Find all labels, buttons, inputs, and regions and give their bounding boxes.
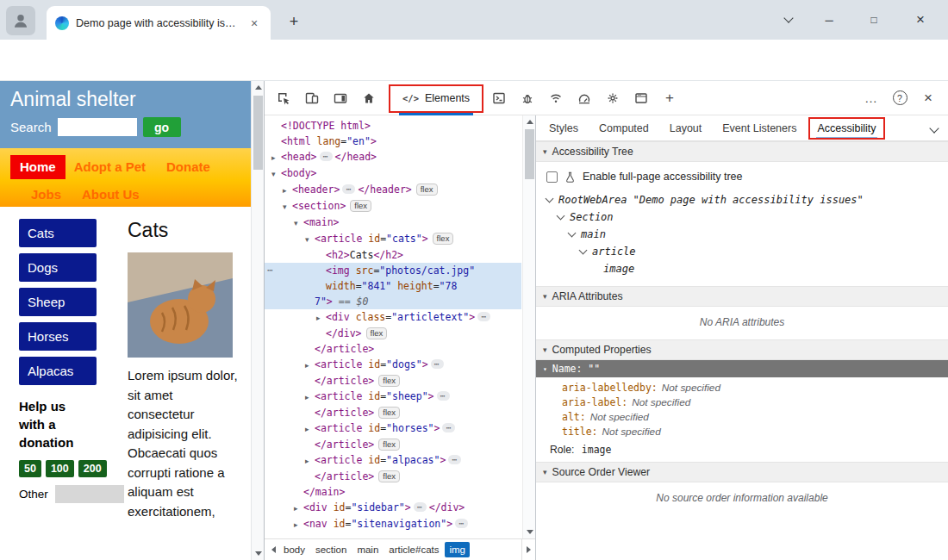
dom-tree-node[interactable]: ▾<article id="cats">flex [265, 231, 521, 247]
section-accessibility-tree[interactable]: ▾ Accessibility Tree [536, 141, 948, 162]
flex-badge[interactable]: flex [378, 375, 400, 387]
dom-tree-node[interactable]: ▸<article id="dogs">⋯ [265, 357, 521, 373]
expand-toggle-icon[interactable]: ▾ [294, 215, 303, 231]
nav-item-jobs[interactable]: Jobs [31, 185, 61, 204]
node-more-icon[interactable]: ⋯ [267, 263, 273, 278]
chevron-down-icon[interactable] [557, 212, 565, 221]
category-button-cats[interactable]: Cats [19, 219, 97, 247]
breadcrumb-left-icon[interactable] [267, 546, 279, 553]
page-scrollbar-thumb[interactable] [253, 96, 263, 170]
dom-tree-node[interactable]: <html lang="en"> [265, 134, 521, 149]
nav-item-adopt-a-pet[interactable]: Adopt a Pet [74, 158, 146, 177]
expand-toggle-icon[interactable]: ▸ [305, 453, 315, 469]
scroll-down-icon[interactable] [252, 547, 265, 560]
expand-toggle-icon[interactable]: ▾ [283, 199, 292, 215]
page-scrollbar[interactable] [251, 81, 264, 560]
inline-ellipsis-button[interactable]: ⋯ [477, 312, 490, 321]
a11y-tree-node[interactable]: main [536, 226, 948, 243]
breadcrumb-item-section[interactable]: section [311, 542, 351, 557]
dom-tree-node[interactable]: ▸<article id="sheep">⋯ [265, 389, 521, 405]
inspect-element-icon[interactable] [271, 86, 296, 110]
dom-tree-node[interactable]: </article>flex [265, 469, 521, 484]
section-computed-properties[interactable]: ▾ Computed Properties [536, 339, 948, 360]
flex-badge[interactable]: flex [378, 439, 400, 451]
inline-ellipsis-button[interactable]: ⋯ [342, 184, 355, 194]
expand-toggle-icon[interactable]: ▸ [305, 421, 315, 437]
dom-tree-node[interactable]: ▾<main> [265, 215, 521, 231]
a11y-tree-node[interactable]: article [536, 243, 948, 260]
chevron-down-icon[interactable] [579, 246, 588, 255]
expand-toggle-icon[interactable]: ▸ [316, 310, 326, 326]
dom-tree-node[interactable]: </article>flex [265, 373, 521, 389]
a11y-tree-node[interactable]: image [536, 260, 948, 277]
breadcrumb-item-main[interactable]: main [352, 542, 383, 557]
dom-tree-node[interactable]: <!DOCTYPE html> [265, 118, 521, 134]
dom-scrollbar[interactable] [522, 115, 535, 538]
minimize-button[interactable]: ─ [810, 7, 848, 33]
dom-tree-node[interactable]: 7"> == $0 [265, 294, 521, 309]
panel-tab-layout[interactable]: Layout [669, 117, 703, 140]
a11y-tree-node[interactable]: RootWebArea"Demo page with accessibility… [536, 191, 948, 208]
other-amount-input[interactable] [55, 485, 124, 503]
search-go-button[interactable]: go [143, 117, 181, 137]
breadcrumb-item-body[interactable]: body [279, 542, 309, 557]
panel-tab-computed[interactable]: Computed [598, 117, 650, 140]
section-aria-attributes[interactable]: ▾ ARIA Attributes [536, 286, 948, 307]
expand-toggle-icon[interactable]: ▸ [294, 517, 303, 532]
inline-ellipsis-button[interactable]: ⋯ [431, 359, 444, 369]
home-icon[interactable] [357, 86, 381, 110]
inline-ellipsis-button[interactable]: ⋯ [414, 502, 427, 512]
dom-tree-node[interactable]: ▸<nav id="sitenavigation">⋯ [265, 516, 521, 532]
expand-toggle-icon[interactable]: ▸ [305, 389, 315, 405]
new-tab-button[interactable]: + [283, 10, 305, 33]
tab-list-chevron-icon[interactable] [774, 7, 803, 33]
dom-tree-node[interactable]: ▸<div id="sidebar">⋯</div> [265, 500, 521, 516]
category-button-horses[interactable]: Horses [19, 322, 97, 351]
flex-badge[interactable]: flex [378, 407, 400, 419]
dom-scroll-up-icon[interactable] [523, 115, 535, 128]
dom-tree-node[interactable]: ▾<section>flex [265, 198, 521, 215]
expand-toggle-icon[interactable]: ▾ [305, 232, 315, 247]
nav-item-about-us[interactable]: About Us [82, 185, 140, 204]
performance-icon[interactable] [572, 86, 596, 110]
browser-tab[interactable]: Demo page with accessibility issues × [47, 6, 271, 40]
settings-gear-icon[interactable] [601, 86, 625, 110]
dom-tree-node[interactable]: </article>flex [265, 437, 521, 452]
window-close-button[interactable]: × [901, 7, 939, 33]
panel-tab-styles[interactable]: Styles [548, 117, 579, 140]
flex-badge[interactable]: flex [433, 233, 454, 245]
scroll-up-icon[interactable] [252, 81, 265, 94]
category-button-dogs[interactable]: Dogs [19, 253, 97, 282]
donation-amount-button[interactable]: 50 [19, 460, 41, 477]
application-icon[interactable] [629, 86, 653, 110]
site-search-input[interactable] [58, 118, 137, 136]
category-button-sheep[interactable]: Sheep [19, 288, 97, 316]
a11y-tree-node[interactable]: Section [536, 208, 948, 226]
inline-ellipsis-button[interactable]: ⋯ [320, 152, 333, 161]
expand-toggle-icon[interactable]: ▸ [294, 501, 303, 516]
inline-ellipsis-button[interactable]: ⋯ [442, 423, 455, 432]
panel-tabs-overflow-icon[interactable] [931, 122, 938, 134]
expand-toggle-icon[interactable]: ▸ [305, 358, 315, 373]
dom-tree-node[interactable]: ▸<head>⋯</head> [265, 149, 521, 165]
dom-tree-node[interactable]: </article> [265, 341, 521, 357]
dom-tree-node[interactable]: ▾<body> [265, 165, 521, 182]
flex-badge[interactable]: flex [416, 184, 438, 196]
expand-toggle-icon[interactable]: ▾ [271, 166, 281, 182]
device-emulation-icon[interactable] [300, 86, 324, 110]
tab-close-icon[interactable]: × [246, 16, 262, 31]
dom-tree-node[interactable]: <h2>Cats</h2> [265, 247, 521, 263]
devtools-close-icon[interactable]: × [916, 86, 940, 110]
dom-tree-node[interactable]: ▸<article id="alpacas">⋯ [265, 452, 521, 469]
nav-item-donate[interactable]: Donate [166, 158, 210, 177]
breadcrumb-right-icon[interactable] [521, 539, 535, 560]
dom-tree-node[interactable]: ▸<article id="horses">⋯ [265, 420, 521, 437]
dom-scroll-down-icon[interactable] [523, 526, 535, 538]
inline-ellipsis-button[interactable]: ⋯ [455, 519, 468, 528]
chevron-down-icon[interactable] [568, 229, 577, 238]
network-icon[interactable] [544, 86, 568, 110]
chevron-down-icon[interactable] [546, 195, 554, 203]
nav-item-home[interactable]: Home [10, 155, 65, 179]
donation-amount-button[interactable]: 200 [78, 460, 107, 477]
tab-elements[interactable]: </> Elements [399, 81, 473, 115]
